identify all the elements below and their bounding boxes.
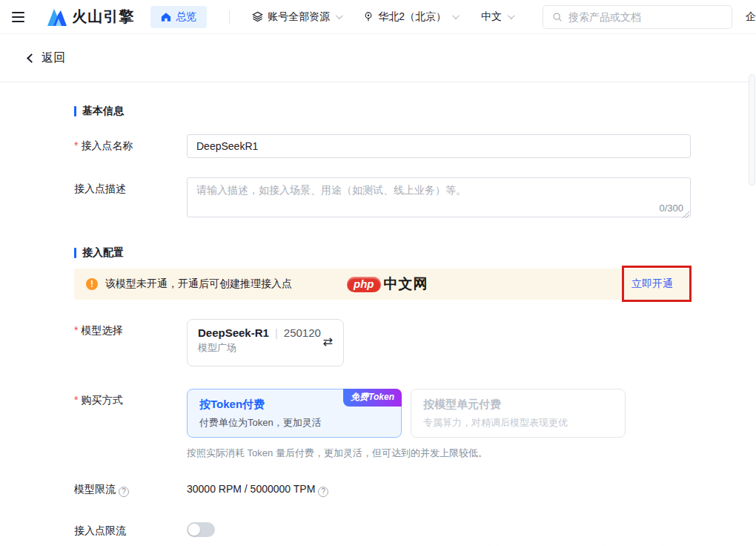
pay-card-desc: 专属算力，对精调后模型表现更优 <box>423 416 613 430</box>
overview-label: 总览 <box>176 10 196 24</box>
resource-scope-label: 账号全部资源 <box>268 10 330 24</box>
warning-icon: ! <box>86 278 98 290</box>
top-nav: 火山引擎 总览 账号全部资源 华北2（北京） 中文 <box>0 0 756 34</box>
endpoint-limit-row: 接入点限流 手动设置接入点限流，Tips：如果账号下所有访问同一模型的接入点限流… <box>74 519 691 546</box>
char-counter: 0/300 <box>659 203 683 214</box>
php-logo-badge: php <box>347 277 381 292</box>
pay-card-desc: 付费单位为Token，更加灵活 <box>199 416 389 430</box>
pay-per-unit-card[interactable]: 按模型单元付费 专属算力，对精调后模型表现更优 <box>411 389 626 438</box>
help-question-icon[interactable]: ? <box>318 487 328 497</box>
enable-now-link[interactable]: 立即开通 <box>631 277 673 291</box>
volcengine-logo[interactable]: 火山引擎 <box>47 7 134 27</box>
global-search[interactable] <box>543 5 732 29</box>
layers-icon <box>252 11 263 22</box>
required-asterisk: * <box>74 324 78 336</box>
purchase-method-label: *购买方式 <box>74 389 187 460</box>
swap-model-icon[interactable]: ⇄ <box>323 335 333 349</box>
divider: | <box>275 326 278 339</box>
model-limit-row: 模型限流? 30000 RPM / 5000000 TPM? <box>74 478 691 497</box>
endpoint-name-row: *接入点名称 <box>74 134 691 158</box>
pay-per-token-card[interactable]: 按Token付费 付费单位为Token，更加灵活 免费Token <box>187 389 402 438</box>
endpoint-desc-textarea[interactable] <box>187 177 691 217</box>
model-select-row: *模型选择 DeepSeek-R1 | 250120 模型广场 ⇄ <box>74 319 691 366</box>
selected-model-card[interactable]: DeepSeek-R1 | 250120 模型广场 ⇄ <box>187 319 344 366</box>
purchase-hint: 按照实际消耗 Token 量后付费，更加灵活，但可达到的并发上限较低。 <box>187 447 691 460</box>
region-label: 华北2（北京） <box>378 10 446 24</box>
model-limit-value: 30000 RPM / 5000000 TPM <box>187 483 315 495</box>
pay-card-title: 按模型单元付费 <box>423 398 613 412</box>
scrollbar-thumb[interactable] <box>749 74 755 185</box>
banner-message: 该模型未开通，开通后可创建推理接入点 <box>105 277 292 291</box>
php-cn-watermark: php 中文网 <box>347 274 428 294</box>
logo-text: 火山引擎 <box>72 7 134 27</box>
search-icon <box>552 12 563 22</box>
endpoint-desc-label: 接入点描述 <box>74 177 187 220</box>
purchase-method-row: *购买方式 按Token付费 付费单位为Token，更加灵活 免费Token 按… <box>74 389 691 460</box>
page-header: 返回 <box>0 34 756 82</box>
language-label: 中文 <box>481 10 502 24</box>
model-select-label: *模型选择 <box>74 319 187 366</box>
region-dropdown[interactable]: 华北2（北京） <box>363 10 457 24</box>
section-accent-bar <box>74 106 76 116</box>
resource-scope-dropdown[interactable]: 账号全部资源 <box>252 10 341 24</box>
model-version: 250120 <box>284 326 321 339</box>
resize-handle[interactable] <box>683 211 689 218</box>
back-button[interactable]: 返回 <box>28 50 65 66</box>
nav-right-clipped-text[interactable]: 企 <box>746 10 756 24</box>
chevron-down-icon <box>508 12 515 19</box>
section-access-config: 接入配置 <box>74 246 691 260</box>
nav-overview-button[interactable]: 总览 <box>150 6 207 28</box>
hamburger-menu-icon[interactable] <box>12 12 24 22</box>
endpoint-name-input[interactable] <box>187 134 691 158</box>
home-icon <box>161 12 171 22</box>
help-question-icon[interactable]: ? <box>119 487 129 497</box>
required-asterisk: * <box>74 394 78 406</box>
endpoint-desc-row: 接入点描述 0/300 <box>74 177 691 220</box>
endpoint-limit-label: 接入点限流 <box>74 519 187 546</box>
section-title-text: 基本信息 <box>82 105 124 118</box>
model-name: DeepSeek-R1 <box>198 326 269 339</box>
mountain-logo-icon <box>47 7 67 27</box>
watermark-text: 中文网 <box>384 274 428 294</box>
chevron-down-icon <box>452 12 460 19</box>
search-input[interactable] <box>568 11 723 23</box>
chevron-down-icon <box>336 12 343 19</box>
toggle-knob <box>188 524 200 536</box>
back-label: 返回 <box>42 50 65 66</box>
model-source: 模型广场 <box>198 341 333 355</box>
chevron-left-icon <box>27 53 36 63</box>
section-basic-info: 基本信息 <box>74 105 691 118</box>
location-pin-icon <box>363 11 374 22</box>
create-endpoint-form: 基本信息 *接入点名称 接入点描述 0/300 接入配置 ! 该模型未开通，开通… <box>0 82 756 546</box>
required-asterisk: * <box>74 139 78 151</box>
endpoint-limit-toggle[interactable] <box>187 522 215 537</box>
section-accent-bar <box>74 248 76 258</box>
free-token-badge: 免费Token <box>343 389 402 407</box>
endpoint-name-label: *接入点名称 <box>74 134 187 158</box>
section-title-text: 接入配置 <box>82 246 124 260</box>
model-not-enabled-banner: ! 该模型未开通，开通后可创建推理接入点 php 中文网 立即开通 <box>74 269 691 300</box>
language-dropdown[interactable]: 中文 <box>481 10 513 24</box>
nav-divider <box>229 10 230 24</box>
model-limit-label: 模型限流? <box>74 478 187 497</box>
